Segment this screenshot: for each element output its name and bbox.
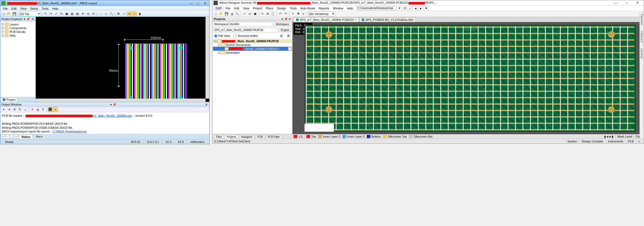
nav-fwd-icon[interactable]: ⇒ [7, 107, 11, 112]
layer-inner2[interactable]: Inner Layer 2 [318, 135, 341, 138]
horizontal-scrollbar[interactable] [36, 99, 206, 102]
pcb-canvas[interactable]: 100mm 95mm [36, 17, 209, 102]
open-icon[interactable]: 📂 [7, 11, 11, 16]
altium-titlebar[interactable]: Altium Designer Summer 09 _Main_Rev02_18… [212, 0, 644, 6]
undo-icon[interactable]: ↶ [43, 11, 48, 16]
layer-inner3[interactable]: Inner Layer 3 [342, 135, 365, 138]
open-icon[interactable]: 📂 [219, 11, 224, 16]
print-icon[interactable]: 🖨 [230, 11, 234, 16]
status-menu-icon[interactable]: » [636, 140, 642, 143]
tab-prev-icon[interactable]: ‹ [6, 135, 9, 138]
menu-place[interactable]: Place [264, 7, 275, 10]
projects-header[interactable]: Projects ▾ 📌 ✕ [212, 17, 292, 21]
project-button[interactable]: Project [278, 28, 291, 32]
highlight-icon[interactable]: ⬛ [48, 107, 53, 112]
cycle-icon[interactable]: ⟳ [91, 11, 96, 16]
tab-files[interactable]: Files [214, 135, 224, 139]
explorer-header[interactable]: Project Explorer ▾ 📌 ✕ [0, 17, 35, 21]
side-libraries[interactable]: Libraries [640, 47, 643, 60]
tab-projects[interactable]: Projects [224, 135, 238, 139]
source-documents-node[interactable]: −Source Documents [213, 43, 292, 47]
tab-next-icon[interactable]: › [10, 135, 14, 138]
layer-nav-icons[interactable]: ▮◄►▮ [604, 135, 614, 138]
status-compiler[interactable]: Design Compiler [579, 140, 605, 143]
output-link-err[interactable]: C:\PADS Projects\ascii.err [53, 130, 87, 133]
tree-nets[interactable]: +Nets [1, 34, 35, 37]
stop-icon[interactable]: ⊘ [402, 6, 407, 10]
pcb-board[interactable]: 100mm [305, 25, 636, 132]
tab-last-icon[interactable]: » [14, 135, 18, 138]
menu-tools[interactable]: Tools [288, 7, 299, 10]
new-icon[interactable]: □ [214, 11, 218, 16]
save-icon[interactable]: 💾 [12, 11, 17, 16]
tab-first-icon[interactable]: « [1, 135, 5, 138]
status-system[interactable]: System [565, 140, 579, 143]
doc-tab-2[interactable]: SPS_POWER BD_V1.0.PcbDoc.htm [359, 17, 416, 22]
tree-decals[interactable]: +PCB Decals [1, 30, 35, 34]
save-icon[interactable]: 💾 [224, 11, 229, 16]
menu-edit[interactable]: Edit [232, 7, 241, 10]
menu-edit[interactable]: Edit [10, 7, 18, 10]
menu-help[interactable]: Help [345, 7, 355, 10]
menu-project[interactable]: Project [251, 7, 264, 10]
projects-tree[interactable]: −_Main_Rev02_180806.PRJPCB −Source Docum… [212, 39, 292, 134]
home-icon[interactable]: ⌂ [23, 107, 27, 112]
go-button[interactable]: ▾ [397, 6, 402, 10]
zoom-fit-icon[interactable]: ⤢ [54, 11, 58, 16]
generated-node[interactable]: +Generated [213, 51, 292, 54]
tree-layers[interactable]: +Layers [1, 22, 35, 26]
fwd-icon[interactable]: ► [418, 6, 423, 10]
redo-icon[interactable]: ↷ [48, 11, 53, 16]
cut-icon[interactable]: ✂ [260, 11, 265, 16]
menu-dxp[interactable]: DXP [214, 6, 224, 10]
output-header[interactable]: Output Window ▾ 📌 ✕ [0, 102, 209, 107]
options-icon[interactable]: ⚙ [116, 11, 121, 16]
bars-icon[interactable]: ≡ [53, 107, 58, 112]
pcb-board[interactable] [125, 44, 187, 102]
tree-components[interactable]: +Components [1, 26, 35, 30]
status-instruments[interactable]: Instruments [606, 140, 625, 143]
search-icon[interactable]: 🔍 [109, 11, 114, 16]
tab-macro[interactable]: Macro [33, 135, 46, 138]
layer-silk-bot[interactable]: Silkscreen Bot [408, 135, 433, 138]
redo-icon[interactable]: ↷ [283, 11, 288, 16]
zoom-fit-icon[interactable]: ⤢ [242, 11, 247, 16]
reload-icon[interactable]: ↻ [17, 107, 22, 112]
menu-tools[interactable]: Tools [40, 7, 50, 10]
output-icon[interactable]: ▤ [75, 11, 80, 16]
minimize-button[interactable]: — [611, 0, 621, 6]
menu-view[interactable]: View [241, 7, 251, 10]
workspace-button[interactable]: Workspace [273, 22, 291, 26]
panel2-icon[interactable]: ▥ [70, 11, 74, 16]
zoom-out-icon[interactable]: − [98, 11, 103, 16]
drill-icon[interactable]: ⊙ [86, 11, 90, 16]
output-link-pcb[interactable]: IoT_Main_Rev02_180806.pcb [92, 114, 132, 117]
layer-top[interactable]: Top [306, 135, 317, 138]
panel-menu-icon[interactable]: ▾ 📌 ✕ [282, 17, 291, 21]
close-button[interactable]: ✕ [202, 1, 208, 5]
new-icon[interactable]: □ [1, 11, 6, 16]
tab-pcb-filter[interactable]: PCB Filter [266, 135, 282, 139]
copy-icon[interactable]: ⧉ [265, 11, 270, 16]
mode2-button[interactable]: ▯ [132, 11, 137, 16]
doc-tab-active[interactable]: SPS_IoT_Main_Rev02_180806.PCBDOC * [294, 17, 359, 22]
zoom-sel-icon[interactable]: ▣ [253, 11, 258, 16]
side-clipboard[interactable]: Clipboard [640, 30, 643, 44]
panel-icon[interactable]: ▦ [64, 11, 69, 16]
layer-silk-top[interactable]: Silkscreen Top [382, 135, 407, 138]
compile-icon[interactable]: ⊛ [280, 34, 284, 38]
close-icon[interactable]: ✕ [31, 17, 34, 21]
pcb-canvas[interactable]: Pitch : 0deg Yaw : 0deg Roll : 0deg 100m… [293, 22, 644, 139]
menu-view[interactable]: View [19, 7, 28, 10]
pcbdoc-node[interactable]: _Rev02_180806.PCBDOC *📄 [213, 47, 292, 51]
menu-autoroute[interactable]: Auto Route [299, 7, 317, 10]
menu-design[interactable]: Design [275, 7, 288, 10]
paste-icon[interactable]: 📋 [271, 11, 275, 16]
stop-icon[interactable]: ⊘ [12, 107, 17, 112]
select-icon[interactable]: ↖ [290, 11, 295, 16]
measure-icon[interactable]: ✛ [80, 11, 85, 16]
fav-icon[interactable]: ★ [424, 6, 429, 10]
menu-file[interactable]: File [1, 7, 9, 10]
tab-pcb[interactable]: PCB [255, 135, 265, 139]
nav-back-icon[interactable]: ⇐ [1, 107, 6, 112]
